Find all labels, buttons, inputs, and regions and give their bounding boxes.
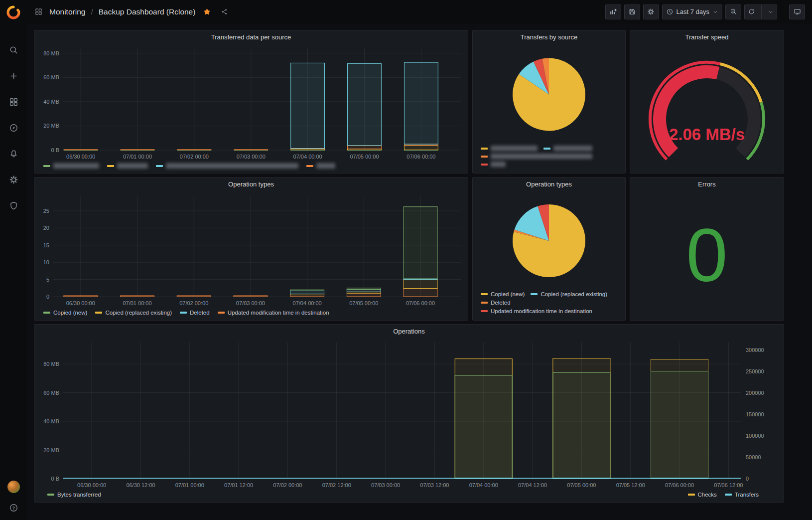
sidebar-bottom: ?	[6, 481, 21, 515]
svg-text:20: 20	[43, 225, 49, 231]
legend-marker	[481, 310, 488, 312]
svg-text:5: 5	[46, 277, 49, 283]
legend-item[interactable]	[543, 146, 592, 151]
legend-item[interactable]: Bytes transferred	[47, 492, 101, 498]
star-icon[interactable]	[201, 6, 213, 18]
svg-text:06/30 00:00: 06/30 00:00	[66, 300, 95, 306]
legend-item[interactable]: Updated modification time in destination	[481, 308, 592, 314]
svg-text:07/01 00:00: 07/01 00:00	[123, 300, 151, 306]
gauge-chart[interactable]: 2.06 MB/s	[630, 43, 784, 173]
svg-text:07/04 00:00: 07/04 00:00	[293, 154, 322, 160]
cycle-view-button[interactable]	[789, 4, 805, 19]
legend-item[interactable]: Transfers	[725, 492, 759, 498]
refresh-button[interactable]	[745, 5, 758, 19]
svg-text:20 MB: 20 MB	[43, 447, 59, 453]
dashboards-grid-icon[interactable]	[33, 6, 44, 17]
time-series-chart[interactable]: 0 B20 MB40 MB60 MB80 MB05000010000015000…	[34, 338, 784, 491]
legend-item[interactable]	[481, 154, 592, 159]
svg-text:150000: 150000	[746, 411, 764, 417]
svg-text:40 MB: 40 MB	[43, 418, 59, 424]
user-avatar[interactable]	[7, 481, 20, 493]
svg-text:25: 25	[43, 208, 49, 214]
svg-text:07/05 00:00: 07/05 00:00	[567, 482, 596, 488]
zoom-out-button[interactable]	[725, 4, 741, 19]
configuration-gear-icon[interactable]	[6, 172, 21, 187]
legend-item[interactable]: Copied (replaced existing)	[95, 310, 172, 316]
legend-item[interactable]	[156, 163, 298, 169]
pie-chart[interactable]	[473, 190, 625, 291]
breadcrumb-section[interactable]: Monitoring	[49, 7, 85, 16]
time-series-chart[interactable]: 051015202506/30 00:0007/01 00:0007/02 00…	[34, 190, 468, 309]
time-series-chart[interactable]: 0 B20 MB40 MB60 MB80 MB06/30 00:0007/01 …	[34, 43, 468, 162]
legend-item[interactable]	[481, 162, 506, 167]
page-title[interactable]: Backup Dashboard (Rclone)	[99, 7, 196, 16]
svg-text:07/02 00:00: 07/02 00:00	[179, 300, 208, 306]
legend-item[interactable]	[107, 163, 148, 169]
legend-marker	[156, 165, 163, 167]
legend-marker	[180, 312, 187, 314]
server-admin-shield-icon[interactable]	[6, 198, 21, 213]
explore-compass-icon[interactable]	[6, 120, 21, 135]
svg-text:0 B: 0 B	[51, 476, 59, 482]
svg-text:07/02 00:00: 07/02 00:00	[180, 154, 209, 160]
legend-marker	[481, 164, 488, 166]
panel-operation-types-bar: Operation types 051015202506/30 00:0007/…	[34, 177, 468, 321]
dashboard-settings-button[interactable]	[643, 4, 659, 19]
add-panel-button[interactable]	[605, 4, 621, 19]
svg-text:40 MB: 40 MB	[43, 99, 59, 105]
legend-label: Copied (new)	[491, 291, 525, 297]
time-range-picker[interactable]: Last 7 days	[662, 4, 723, 19]
add-icon[interactable]	[6, 68, 21, 83]
grafana-logo-icon[interactable]	[5, 4, 21, 20]
legend-item[interactable]: Checks	[688, 492, 717, 498]
svg-text:300000: 300000	[746, 347, 764, 353]
legend-item[interactable]: Copied (replaced existing)	[531, 291, 607, 297]
svg-text:07/04 12:00: 07/04 12:00	[518, 482, 547, 488]
help-icon[interactable]: ?	[6, 500, 21, 515]
legend-item[interactable]: Copied (new)	[481, 291, 525, 297]
panel-title[interactable]: Transfer speed	[630, 30, 784, 43]
redacted-legend-label	[53, 163, 99, 169]
legend-label: Copied (replaced existing)	[105, 310, 172, 316]
sidebar-menu	[6, 42, 21, 213]
legend-item[interactable]: Deleted	[481, 300, 511, 306]
share-icon[interactable]	[218, 6, 230, 18]
panel-title[interactable]: Operation types	[34, 177, 468, 190]
dashboards-icon[interactable]	[6, 94, 21, 109]
refresh-interval-dropdown[interactable]	[765, 5, 777, 19]
pie-chart[interactable]	[473, 43, 625, 146]
svg-text:100000: 100000	[746, 433, 764, 439]
panel-title[interactable]: Operation types	[473, 177, 625, 190]
svg-text:20 MB: 20 MB	[43, 123, 59, 129]
chart-legend	[34, 162, 468, 173]
legend-item[interactable]: Deleted	[180, 310, 210, 316]
redacted-legend-label	[491, 154, 592, 159]
chart-legend: Copied (new)Copied (replaced existing)De…	[34, 309, 468, 320]
panel-title[interactable]: Operations	[34, 325, 784, 338]
legend-item[interactable]	[43, 163, 99, 169]
save-dashboard-button[interactable]	[624, 4, 640, 19]
redacted-legend-label	[491, 162, 506, 167]
legend-item[interactable]: Copied (new)	[43, 310, 87, 316]
legend-label: Transfers	[735, 492, 759, 498]
search-icon[interactable]	[6, 42, 21, 57]
alerting-bell-icon[interactable]	[6, 146, 21, 161]
legend-item[interactable]	[306, 163, 335, 169]
legend-marker	[531, 293, 538, 295]
panel-operation-types-pie: Operation types Copied (new)Copied (repl…	[472, 177, 626, 321]
legend-item[interactable]: Updated modification time in destination	[218, 310, 329, 316]
svg-text:06/30 00:00: 06/30 00:00	[66, 154, 95, 160]
breadcrumb-separator: /	[91, 7, 93, 16]
redacted-legend-label	[553, 146, 592, 151]
svg-text:07/05 00:00: 07/05 00:00	[349, 300, 378, 306]
panel-title[interactable]: Transfers by source	[473, 30, 625, 43]
svg-text:?: ?	[12, 505, 14, 510]
legend-label: Copied (replaced existing)	[541, 291, 607, 297]
panel-title[interactable]: Transferred data per source	[34, 30, 468, 43]
svg-text:07/03 00:00: 07/03 00:00	[237, 154, 266, 160]
legend-label: Deleted	[190, 310, 210, 316]
panel-operations: Operations 0 B20 MB40 MB60 MB80 MB050000…	[34, 324, 784, 503]
legend-item[interactable]	[481, 146, 538, 151]
svg-text:60 MB: 60 MB	[43, 390, 59, 396]
panel-title[interactable]: Errors	[630, 177, 784, 190]
